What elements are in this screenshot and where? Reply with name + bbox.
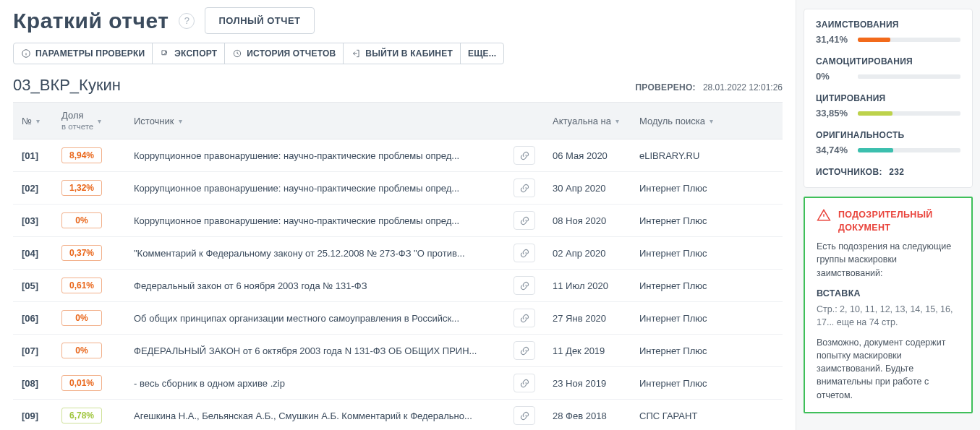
source-link-button[interactable]: [514, 406, 535, 425]
suspicious-card: ПОДОЗРИТЕЛЬНЫЙ ДОКУМЕНТ Есть подозрения …: [804, 197, 973, 413]
share-pill: 0%: [61, 212, 102, 228]
table-row: [07]0%ФЕДЕРАЛЬНЫЙ ЗАКОН от 6 октября 200…: [13, 335, 783, 367]
row-number: [09]: [13, 400, 53, 431]
exit-icon: [351, 48, 361, 59]
share-pill: 0,61%: [61, 278, 102, 293]
sort-caret-icon: ▾: [98, 117, 101, 125]
suspicious-intro: Есть подозрения на следующие группы маск…: [817, 240, 960, 279]
share-pill: 0,01%: [61, 375, 102, 391]
share-pill: 0,37%: [61, 245, 102, 261]
col-source-header[interactable]: Источник▾: [134, 116, 182, 126]
sort-caret-icon: ▾: [615, 117, 619, 125]
sources-label: ИСТОЧНИКОВ:: [816, 167, 882, 177]
share-pill: 6,78%: [61, 408, 102, 423]
search-module: Интернет Плюс: [631, 335, 783, 367]
stat-orig-value: 34,74%: [816, 145, 851, 155]
search-module: Интернет Плюс: [631, 237, 783, 270]
stat-orig-title: ОРИГИНАЛЬНОСТЬ: [816, 130, 960, 140]
table-row: [05]0,61%Федеральный закон от 6 ноября 2…: [13, 270, 783, 302]
report-history-button[interactable]: ИСТОРИЯ ОТЧЕТОВ: [225, 43, 344, 64]
sort-caret-icon: ▾: [710, 117, 713, 125]
source-link-button[interactable]: [514, 211, 535, 230]
suspicious-title: ПОДОЗРИТЕЛЬНЫЙ ДОКУМЕНТ: [838, 208, 960, 234]
history-icon: [232, 48, 242, 59]
row-number: [07]: [13, 335, 53, 367]
relevant-date: 28 Фев 2018: [544, 400, 631, 431]
relevant-date: 11 Дек 2019: [544, 335, 631, 367]
source-title[interactable]: Федеральный закон от 6 ноября 2003 года …: [134, 280, 496, 291]
row-number: [03]: [13, 205, 53, 237]
table-row: [06]0%Об общих принципах организации мес…: [13, 302, 783, 335]
checked-label: ПРОВЕРЕНО:: [635, 82, 695, 93]
export-button[interactable]: ЭКСПОРТ: [153, 43, 225, 64]
stat-orig-bar: [858, 148, 960, 152]
source-link-button[interactable]: [514, 309, 535, 327]
share-pill: 0%: [61, 310, 102, 326]
search-module: eLIBRARY.RU: [631, 139, 783, 172]
col-share-header[interactable]: Доля в отчете ▾: [61, 110, 101, 132]
source-link-button[interactable]: [514, 244, 535, 262]
source-title[interactable]: Коррупционное правонарушение: научно-пра…: [134, 150, 496, 161]
help-icon[interactable]: ?: [179, 13, 195, 29]
stat-cite-value: 33,85%: [816, 108, 851, 119]
source-title[interactable]: Коррупционное правонарушение: научно-пра…: [134, 215, 496, 226]
source-title[interactable]: Агешкина Н.А., Бельянская А.Б., Смушкин …: [134, 410, 496, 421]
stat-selfcite-value: 0%: [816, 71, 851, 82]
toolbar-label: ЕЩЕ...: [468, 48, 496, 59]
sort-caret-icon: ▾: [36, 117, 40, 125]
col-module-header[interactable]: Модуль поиска▾: [639, 116, 713, 126]
check-params-button[interactable]: ПАРАМЕТРЫ ПРОВЕРКИ: [14, 43, 153, 64]
search-module: Интернет Плюс: [631, 270, 783, 302]
full-report-button[interactable]: ПОЛНЫЙ ОТЧЕТ: [205, 7, 314, 34]
stat-borrow-title: ЗАИМСТВОВАНИЯ: [816, 20, 960, 30]
suspicious-note: Возможно, документ содержит попытку маск…: [817, 336, 960, 402]
search-module: СПС ГАРАНТ: [631, 400, 783, 431]
stat-selfcite-title: САМОЦИТИРОВАНИЯ: [816, 56, 960, 66]
table-row: [01]8,94%Коррупционное правонарушение: н…: [13, 139, 783, 172]
table-row: [08]0,01%- весь сборник в одном архиве .…: [13, 367, 783, 400]
stats-card: ЗАИМСТВОВАНИЯ 31,41% САМОЦИТИРОВАНИЯ 0% …: [804, 9, 973, 188]
search-module: Интернет Плюс: [631, 172, 783, 205]
exit-to-cabinet-button[interactable]: ВЫЙТИ В КАБИНЕТ: [344, 43, 461, 64]
source-title[interactable]: "Комментарий к Федеральному закону от 25…: [134, 248, 496, 259]
table-row: [09]6,78%Агешкина Н.А., Бельянская А.Б.,…: [13, 400, 783, 431]
share-pill: 1,32%: [61, 180, 102, 196]
share-pill: 8,94%: [61, 147, 102, 163]
search-module: Интернет Плюс: [631, 205, 783, 237]
stat-cite-bar: [858, 111, 960, 116]
stat-cite-title: ЦИТИРОВАНИЯ: [816, 93, 960, 103]
relevant-date: 11 Июл 2020: [544, 270, 631, 302]
source-link-button[interactable]: [514, 146, 535, 165]
stat-borrow-bar: [858, 38, 960, 42]
col-num-header[interactable]: №▾: [22, 116, 40, 126]
source-title[interactable]: - весь сборник в одном архиве .zip: [134, 378, 496, 389]
relevant-date: 06 Мая 2020: [544, 139, 631, 172]
source-link-button[interactable]: [514, 179, 535, 197]
relevant-date: 30 Апр 2020: [544, 172, 631, 205]
table-row: [03]0%Коррупционное правонарушение: науч…: [13, 205, 783, 237]
source-link-button[interactable]: [514, 276, 535, 295]
row-number: [06]: [13, 302, 53, 335]
relevant-date: 23 Ноя 2019: [544, 367, 631, 400]
source-title[interactable]: Коррупционное правонарушение: научно-пра…: [134, 183, 496, 194]
page-title: Краткий отчет: [13, 9, 169, 33]
document-title: 03_ВКР_Кукин: [13, 76, 121, 95]
toolbar-label: ВЫЙТИ В КАБИНЕТ: [365, 48, 453, 59]
relevant-date: 02 Апр 2020: [544, 237, 631, 270]
more-button[interactable]: ЕЩЕ...: [461, 43, 503, 64]
toolbar-label: ИСТОРИЯ ОТЧЕТОВ: [247, 48, 336, 59]
toolbar-label: ПАРАМЕТРЫ ПРОВЕРКИ: [35, 48, 145, 59]
col-relevant-header[interactable]: Актуальна на▾: [553, 116, 619, 126]
source-link-button[interactable]: [514, 341, 535, 360]
info-icon: [21, 48, 31, 59]
sources-count: 232: [889, 167, 904, 177]
checked-timestamp: 28.01.2022 12:01:26: [703, 82, 783, 93]
table-row: [04]0,37%"Комментарий к Федеральному зак…: [13, 237, 783, 270]
search-module: Интернет Плюс: [631, 367, 783, 400]
warning-icon: [817, 208, 831, 226]
source-link-button[interactable]: [514, 374, 535, 392]
row-number: [04]: [13, 237, 53, 270]
sort-caret-icon: ▾: [179, 117, 182, 125]
source-title[interactable]: Об общих принципах организации местного …: [134, 313, 496, 324]
source-title[interactable]: ФЕДЕРАЛЬНЫЙ ЗАКОН от 6 октября 2003 года…: [134, 345, 496, 356]
